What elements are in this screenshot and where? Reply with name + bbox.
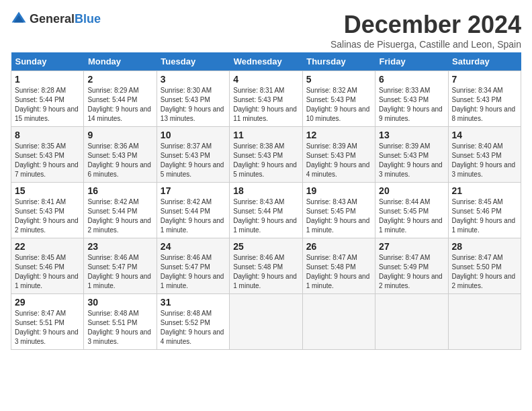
day-number: 25 <box>233 241 298 252</box>
calendar-cell: 22 Sunrise: 8:45 AMSunset: 5:46 PMDaylig… <box>11 238 84 294</box>
day-info: Sunrise: 8:48 AMSunset: 5:51 PMDaylight:… <box>87 310 151 345</box>
day-number: 19 <box>306 185 371 196</box>
day-info: Sunrise: 8:40 AMSunset: 5:43 PMDaylight:… <box>452 142 516 178</box>
calendar-cell: 10 Sunrise: 8:37 AMSunset: 5:43 PMDaylig… <box>157 127 229 183</box>
calendar-cell: 4 Sunrise: 8:31 AMSunset: 5:43 PMDayligh… <box>230 71 302 127</box>
day-info: Sunrise: 8:42 AMSunset: 5:44 PMDaylight:… <box>161 198 224 234</box>
day-info: Sunrise: 8:28 AMSunset: 5:44 PMDaylight:… <box>15 87 79 122</box>
day-info: Sunrise: 8:35 AMSunset: 5:43 PMDaylight:… <box>15 142 79 178</box>
day-number: 14 <box>452 130 517 140</box>
day-number: 31 <box>161 297 226 308</box>
calendar-cell: 23 Sunrise: 8:46 AMSunset: 5:47 PMDaylig… <box>84 238 157 294</box>
calendar-cell: 8 Sunrise: 8:35 AMSunset: 5:43 PMDayligh… <box>11 127 84 183</box>
day-number: 17 <box>161 185 226 196</box>
day-number: 7 <box>452 74 517 85</box>
calendar-cell: 2 Sunrise: 8:29 AMSunset: 5:44 PMDayligh… <box>84 71 157 127</box>
header-monday: Monday <box>84 52 157 71</box>
calendar-cell <box>448 294 521 350</box>
day-info: Sunrise: 8:48 AMSunset: 5:52 PMDaylight:… <box>161 310 224 345</box>
day-number: 23 <box>87 241 152 252</box>
calendar-week-row: 22 Sunrise: 8:45 AMSunset: 5:46 PMDaylig… <box>11 238 521 294</box>
day-number: 1 <box>15 74 80 85</box>
logo-icon <box>11 11 27 27</box>
day-number: 30 <box>87 297 152 308</box>
calendar-cell: 16 Sunrise: 8:42 AMSunset: 5:44 PMDaylig… <box>84 183 157 238</box>
day-info: Sunrise: 8:29 AMSunset: 5:44 PMDaylight:… <box>87 87 151 122</box>
header-thursday: Thursday <box>302 52 375 71</box>
calendar-week-row: 1 Sunrise: 8:28 AMSunset: 5:44 PMDayligh… <box>11 71 521 127</box>
day-info: Sunrise: 8:46 AMSunset: 5:47 PMDaylight:… <box>87 254 151 289</box>
calendar-week-row: 8 Sunrise: 8:35 AMSunset: 5:43 PMDayligh… <box>11 127 521 183</box>
day-number: 16 <box>87 185 152 196</box>
day-number: 4 <box>233 74 298 85</box>
day-info: Sunrise: 8:37 AMSunset: 5:43 PMDaylight:… <box>161 142 224 178</box>
logo-blue: Blue <box>75 12 101 26</box>
day-info: Sunrise: 8:31 AMSunset: 5:43 PMDaylight:… <box>233 87 297 122</box>
calendar-table: Sunday Monday Tuesday Wednesday Thursday… <box>11 52 521 350</box>
day-info: Sunrise: 8:47 AMSunset: 5:51 PMDaylight:… <box>15 310 79 345</box>
day-number: 24 <box>161 241 226 252</box>
calendar-week-row: 29 Sunrise: 8:47 AMSunset: 5:51 PMDaylig… <box>11 294 521 350</box>
day-number: 8 <box>15 130 80 140</box>
calendar-cell: 12 Sunrise: 8:39 AMSunset: 5:43 PMDaylig… <box>302 127 375 183</box>
logo-general: General <box>30 12 75 26</box>
day-number: 3 <box>161 74 226 85</box>
header-wednesday: Wednesday <box>230 52 302 71</box>
header-friday: Friday <box>375 52 448 71</box>
day-info: Sunrise: 8:34 AMSunset: 5:43 PMDaylight:… <box>452 87 516 122</box>
day-info: Sunrise: 8:42 AMSunset: 5:44 PMDaylight:… <box>87 198 151 234</box>
day-number: 12 <box>306 130 371 140</box>
calendar-cell: 25 Sunrise: 8:46 AMSunset: 5:48 PMDaylig… <box>230 238 302 294</box>
calendar-cell: 17 Sunrise: 8:42 AMSunset: 5:44 PMDaylig… <box>157 183 229 238</box>
header-sunday: Sunday <box>11 52 84 71</box>
day-info: Sunrise: 8:46 AMSunset: 5:48 PMDaylight:… <box>233 254 297 289</box>
day-number: 11 <box>233 130 298 140</box>
day-info: Sunrise: 8:33 AMSunset: 5:43 PMDaylight:… <box>379 87 443 122</box>
calendar-cell: 30 Sunrise: 8:48 AMSunset: 5:51 PMDaylig… <box>84 294 157 350</box>
calendar-cell <box>230 294 302 350</box>
day-number: 28 <box>452 241 517 252</box>
day-number: 18 <box>233 185 298 196</box>
calendar-cell: 21 Sunrise: 8:45 AMSunset: 5:46 PMDaylig… <box>448 183 521 238</box>
day-number: 2 <box>87 74 152 85</box>
day-number: 29 <box>15 297 80 308</box>
page-header: GeneralBlue December 2024 Salinas de Pis… <box>11 11 521 50</box>
title-block: December 2024 Salinas de Pisuerga, Casti… <box>330 11 521 50</box>
day-info: Sunrise: 8:44 AMSunset: 5:45 PMDaylight:… <box>379 198 443 234</box>
day-info: Sunrise: 8:32 AMSunset: 5:43 PMDaylight:… <box>306 87 370 122</box>
calendar-cell: 18 Sunrise: 8:43 AMSunset: 5:44 PMDaylig… <box>230 183 302 238</box>
day-info: Sunrise: 8:43 AMSunset: 5:44 PMDaylight:… <box>233 198 297 234</box>
day-number: 9 <box>87 130 152 140</box>
day-info: Sunrise: 8:41 AMSunset: 5:43 PMDaylight:… <box>15 198 79 234</box>
day-info: Sunrise: 8:46 AMSunset: 5:47 PMDaylight:… <box>161 254 224 289</box>
day-info: Sunrise: 8:38 AMSunset: 5:43 PMDaylight:… <box>233 142 297 178</box>
day-info: Sunrise: 8:47 AMSunset: 5:48 PMDaylight:… <box>306 254 370 289</box>
day-info: Sunrise: 8:45 AMSunset: 5:46 PMDaylight:… <box>15 254 79 289</box>
day-number: 27 <box>379 241 444 252</box>
calendar-cell: 5 Sunrise: 8:32 AMSunset: 5:43 PMDayligh… <box>302 71 375 127</box>
day-info: Sunrise: 8:43 AMSunset: 5:45 PMDaylight:… <box>306 198 370 234</box>
day-info: Sunrise: 8:39 AMSunset: 5:43 PMDaylight:… <box>379 142 443 178</box>
calendar-cell: 14 Sunrise: 8:40 AMSunset: 5:43 PMDaylig… <box>448 127 521 183</box>
day-number: 13 <box>379 130 444 140</box>
location-subtitle: Salinas de Pisuerga, Castille and Leon, … <box>330 39 521 50</box>
day-info: Sunrise: 8:39 AMSunset: 5:43 PMDaylight:… <box>306 142 370 178</box>
calendar-cell: 27 Sunrise: 8:47 AMSunset: 5:49 PMDaylig… <box>375 238 448 294</box>
calendar-cell: 29 Sunrise: 8:47 AMSunset: 5:51 PMDaylig… <box>11 294 84 350</box>
day-info: Sunrise: 8:36 AMSunset: 5:43 PMDaylight:… <box>87 142 151 178</box>
calendar-cell: 31 Sunrise: 8:48 AMSunset: 5:52 PMDaylig… <box>157 294 229 350</box>
calendar-week-row: 15 Sunrise: 8:41 AMSunset: 5:43 PMDaylig… <box>11 183 521 238</box>
day-info: Sunrise: 8:47 AMSunset: 5:49 PMDaylight:… <box>379 254 443 289</box>
calendar-cell: 26 Sunrise: 8:47 AMSunset: 5:48 PMDaylig… <box>302 238 375 294</box>
calendar-cell: 15 Sunrise: 8:41 AMSunset: 5:43 PMDaylig… <box>11 183 84 238</box>
day-number: 6 <box>379 74 444 85</box>
calendar-cell: 24 Sunrise: 8:46 AMSunset: 5:47 PMDaylig… <box>157 238 229 294</box>
day-number: 5 <box>306 74 371 85</box>
calendar-cell <box>375 294 448 350</box>
header-tuesday: Tuesday <box>157 52 229 71</box>
calendar-cell: 7 Sunrise: 8:34 AMSunset: 5:43 PMDayligh… <box>448 71 521 127</box>
day-number: 26 <box>306 241 371 252</box>
day-number: 21 <box>452 185 517 196</box>
day-info: Sunrise: 8:30 AMSunset: 5:43 PMDaylight:… <box>161 87 224 122</box>
day-header-row: Sunday Monday Tuesday Wednesday Thursday… <box>11 52 521 71</box>
